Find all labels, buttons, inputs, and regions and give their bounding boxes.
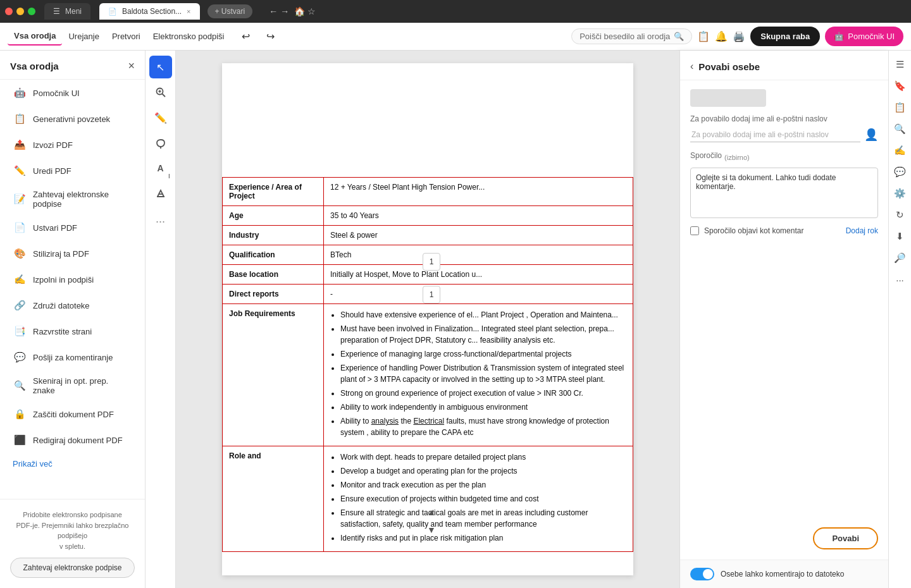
notification-icon[interactable]: 🔔 — [715, 30, 728, 43]
tool-lasso[interactable] — [149, 132, 172, 154]
sidebar-item-ustvari[interactable]: 📄 Ustvari PDF — [3, 215, 142, 240]
pomocnik-icon: 🤖 — [834, 32, 844, 41]
right-icon-comment[interactable]: 💬 — [891, 163, 909, 181]
sidebar-close-icon[interactable]: × — [128, 59, 135, 73]
sidebar-item-zdruzil[interactable]: 🔗 Združi datoteke — [3, 293, 142, 318]
sidebar-item-uredi[interactable]: ✏️ Uredi PDF — [3, 158, 142, 183]
sidebar-item-pomocnik[interactable]: 🤖 Pomočnik UI — [3, 80, 142, 106]
nav-star[interactable]: ☆ — [307, 6, 316, 16]
sidebar-item-pokazi-vec[interactable]: Prikaži več — [3, 453, 142, 474]
cell-role-value: Work with dept. heads to prepare detaile… — [324, 446, 633, 552]
sporocilo-label: Sporočilo — [690, 151, 722, 160]
sidebar-zdruzil-label: Združi datoteke — [33, 301, 90, 310]
tool-pen[interactable]: ✏️ — [149, 106, 172, 129]
browser-tab-menu[interactable]: ☰ Meni — [44, 3, 90, 20]
browser-max-btn[interactable] — [28, 8, 35, 15]
sidebar-ustvari-label: Ustvari PDF — [33, 223, 77, 233]
redo-btn[interactable]: ↪ — [260, 27, 281, 46]
scroll-arrows: ▲ ▼ — [423, 505, 440, 537]
browser-tab-active[interactable]: 📄 Baldota Section... × — [99, 3, 200, 20]
tool-zoom[interactable] — [149, 81, 172, 104]
sidebar-pokazi-vec-label: Prikaži več — [13, 459, 53, 469]
table-row: Industry Steel & power — [223, 226, 633, 245]
menu-urejanje[interactable]: Urejanje — [62, 28, 105, 45]
right-icon-bookmark[interactable]: 🔖 — [891, 77, 909, 95]
menu-elektronsko-podpisi[interactable]: Elektronsko podpiši — [147, 28, 231, 45]
tool-more[interactable]: ··· — [149, 210, 172, 233]
toggle-slider — [690, 568, 714, 580]
tool-cursor[interactable]: ↖ — [149, 56, 172, 78]
contact-book-icon[interactable]: 👤 — [864, 128, 878, 142]
toggle-komentiranje-label: Osebe lahko komentirajo to datoteko — [721, 570, 844, 579]
toggle-komentiranje[interactable] — [690, 568, 714, 580]
right-icon-history[interactable]: ↻ — [891, 206, 909, 224]
sidebar-item-skeniraj[interactable]: 🔍 Skeniraj in opt. prep. znake — [3, 371, 142, 401]
new-tab-button[interactable]: + Ustvari — [208, 4, 253, 18]
sidebar-item-poslji[interactable]: 💬 Pošlji za komentiranje — [3, 345, 142, 370]
pomocnik-button[interactable]: 🤖 Pomočnik UI — [825, 27, 903, 46]
tab-menu-label: Meni — [65, 7, 82, 16]
sidebar-item-izvozi[interactable]: 📤 Izvozi PDF — [3, 132, 142, 157]
cell-age-value: 35 to 40 Years — [324, 206, 633, 226]
cell-job-req-value: Should have extensive experience of el..… — [324, 304, 633, 446]
pomocnik-sidebar-icon: 🤖 — [13, 86, 27, 100]
right-icon-zoom[interactable]: 🔎 — [891, 249, 909, 267]
left-sidebar: Vsa orodja × 🤖 Pomočnik UI 📋 Generativni… — [0, 51, 146, 588]
tool-highlight[interactable] — [149, 182, 172, 205]
nav-home[interactable]: 🏠 — [294, 6, 305, 16]
sporocilo-textarea[interactable]: Oglejte si ta dokument. Lahko tudi dodat… — [690, 168, 878, 218]
scan-icon[interactable]: 📋 — [697, 30, 710, 43]
zahtevaj-podpise-footer-button[interactable]: Zahtevaj elektronske podpise — [10, 558, 135, 578]
cell-base-location-label: Base location — [223, 265, 324, 285]
scroll-up-icon[interactable]: ▲ — [423, 505, 440, 520]
right-icon-annotation[interactable]: 📋 — [891, 99, 909, 116]
page-indicator: 1 1 — [423, 253, 440, 303]
sidebar-item-zasciti[interactable]: 🔒 Zaščiti dokument PDF — [3, 401, 142, 427]
skupna-raba-button[interactable]: Skupna raba — [750, 27, 820, 46]
toolbar-menu: Vsa orodja Urejanje Pretvori Elektronsko… — [8, 27, 230, 46]
right-icon-signature[interactable]: ✍️ — [891, 142, 909, 159]
sidebar-item-razvrsti[interactable]: 📑 Razvrstite strani — [3, 319, 142, 344]
right-icon-thumbnail[interactable]: ☰ — [891, 56, 909, 73]
app-toolbar: Vsa orodja Urejanje Pretvori Elektronsko… — [0, 23, 911, 51]
sidebar-item-redigiraj[interactable]: ⬛ Redigiraj dokument PDF — [3, 427, 142, 453]
sidebar-poslji-label: Pošlji za komentiranje — [33, 353, 113, 362]
menu-pretvori[interactable]: Pretvori — [106, 28, 147, 45]
sidebar-item-zahtevaj[interactable]: 📝 Zahtevaj elektronske podpise — [3, 184, 142, 214]
sidebar-item-stiliziraj[interactable]: 🎨 Stiliziraj ta PDF — [3, 241, 142, 266]
menu-vsa-orodja[interactable]: Vsa orodja — [8, 27, 62, 46]
panel-footer: Povabi — [680, 520, 888, 560]
nav-forward[interactable]: → — [280, 6, 289, 16]
tab-close-icon[interactable]: × — [187, 8, 190, 15]
cell-base-location-value: Initially at Hospet, Move to Plant Locat… — [324, 265, 633, 285]
panel-title: Povabi osebe — [698, 61, 760, 72]
tool-text[interactable]: A | — [149, 157, 172, 180]
table-row: Experience / Area of Project 12 + Years … — [223, 178, 633, 206]
komentar-checkbox[interactable] — [690, 226, 699, 235]
nav-back[interactable]: ← — [269, 6, 278, 16]
sidebar-skeniraj-label: Skeniraj in opt. prep. znake — [33, 376, 132, 395]
zdruzil-icon: 🔗 — [13, 298, 27, 312]
search-bar[interactable]: Poišči besedilo ali orodja 🔍 — [571, 28, 692, 44]
scroll-down-icon[interactable]: ▼ — [423, 522, 440, 537]
browser-min-btn[interactable] — [16, 8, 24, 15]
right-icon-download[interactable]: ⬇ — [891, 228, 909, 245]
undo-btn[interactable]: ↩ — [235, 27, 256, 46]
right-icon-search-panel[interactable]: 🔍 — [891, 120, 909, 138]
cell-industry-label: Industry — [223, 226, 324, 245]
invite-label: Za povabilo dodaj ime ali e-poštni naslo… — [690, 114, 878, 123]
sidebar-items-list: 🤖 Pomočnik UI 📋 Generativni povzetek 📤 I… — [0, 80, 145, 475]
browser-close-btn[interactable] — [5, 8, 13, 15]
invite-input-field[interactable] — [690, 127, 860, 142]
panel-back-icon[interactable]: ‹ — [690, 61, 693, 72]
dodaj-rok-link[interactable]: Dodaj rok — [846, 226, 878, 235]
right-icon-settings[interactable]: ⚙️ — [891, 185, 909, 202]
right-icon-more[interactable]: ··· — [891, 271, 909, 288]
povabi-button[interactable]: Povabi — [813, 527, 878, 549]
sidebar-item-generativni[interactable]: 📋 Generativni povzetek — [3, 106, 142, 132]
sporocilo-optional: (izbirno) — [724, 154, 750, 161]
sidebar-item-izpolni[interactable]: ✍️ Izpolni in podpiši — [3, 267, 142, 292]
sidebar-izvozi-label: Izvozi PDF — [33, 140, 73, 150]
tab-active-label: Baldota Section... — [122, 7, 182, 16]
print-icon[interactable]: 🖨️ — [733, 30, 745, 43]
